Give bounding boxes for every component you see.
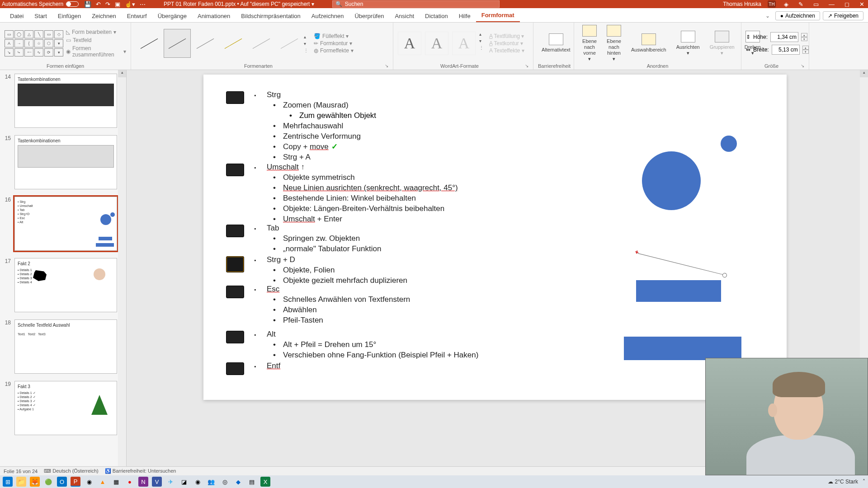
bullet-0-3[interactable]: Copy + move✓ [267,142,338,152]
subbullet[interactable]: Zum gewählten Objekt [267,111,376,121]
tab-animationen[interactable]: Animationen [192,10,236,22]
tab-einfuegen[interactable]: Einfügen [52,10,86,22]
section-head-1[interactable]: Umschalt ↑ [267,163,305,172]
merge-shapes-button[interactable]: ◉ Formen zusammenführen ▾ [66,45,126,58]
section-head-2[interactable]: Tab [267,224,279,233]
user-avatar[interactable]: TH [768,0,776,8]
height-input[interactable] [770,32,798,42]
taskbar-explorer-icon[interactable]: 📁 [16,477,26,487]
taskbar-outlook-icon[interactable]: O [57,477,67,487]
bullet-1-2[interactable]: Bestehende Linien: Winkel beibehalten [267,193,416,204]
bullet-1-1[interactable]: Neue Linien ausrichten (senkrecht, waagr… [267,183,458,193]
taskbar-app4-icon[interactable]: ◪ [179,477,189,487]
slide-thumbnails-panel[interactable]: 14Tastenkombinationen15Tastenkombination… [0,70,127,474]
status-lang[interactable]: ⌨ Deutsch (Österreich) [44,468,99,474]
taskbar-excel-icon[interactable]: X [260,477,270,487]
thumb-slide-14[interactable]: 14Tastenkombinationen [0,70,126,131]
size-launcher-icon[interactable]: ↘ [801,63,804,68]
align-button[interactable]: Ausrichten ▾ [673,31,703,56]
maximize-icon[interactable]: ◻ [843,1,851,8]
user-name[interactable]: Thomas Hruska [723,1,761,7]
taskbar-vlc-icon[interactable]: ▲ [98,477,108,487]
bullet-3-0[interactable]: Objekte, Folien [267,265,335,276]
window-icon[interactable]: ▭ [811,1,821,8]
shape-small-circle[interactable] [721,136,737,152]
bullet-2-1[interactable]: „normale" Tabulator Funktion [267,244,381,254]
redo-icon[interactable]: ↷ [105,1,110,8]
tab-dictation[interactable]: Dictation [420,10,453,22]
canvas-scroll-up-icon[interactable]: ▴ [860,70,868,77]
bullet-1-4[interactable]: Umschalt + Enter [267,214,342,225]
section-head-5[interactable]: Alt [267,330,276,339]
bullet-4-2[interactable]: Pfeil-Tasten [267,315,323,326]
thumbs-scroll-up-icon[interactable]: ▴ [118,70,126,77]
shape-outline-button[interactable]: ✏ Formkontur ▾ [314,40,354,47]
undo-icon[interactable]: ↶ [96,1,101,8]
send-backward-button[interactable]: Ebene nach hinten ▾ [603,25,625,62]
wordart-launcher-icon[interactable]: ↘ [525,63,528,68]
bullet-2-0[interactable]: Springen zw. Objekten [267,234,360,244]
taskbar-firefox-icon[interactable]: 🦊 [30,477,40,487]
section-head-0[interactable]: Strg [267,90,281,99]
thumb-slide-19[interactable]: 19Fakt 3• Details 1 ✓• Details 2 ✓• Deta… [0,377,126,439]
bullet-5-0[interactable]: Alt + Pfeil = Drehen um 15° [267,340,376,350]
shape-rect-1[interactable] [636,280,721,302]
taskbar-app2-icon[interactable]: ▦ [111,477,121,487]
section-head-6[interactable]: Entf [267,361,280,371]
search-input[interactable]: 🔍 Suchen [332,0,500,8]
tab-aufzeichnen[interactable]: Aufzeichnen [306,10,349,22]
present-icon[interactable]: ▣ [115,1,120,8]
taskbar-onenote-icon[interactable]: N [138,477,148,487]
bullet-0-4[interactable]: Strg + A [267,152,311,163]
tab-uebergaenge[interactable]: Übergänge [152,10,192,22]
status-slide[interactable]: Folie 16 von 24 [4,469,38,474]
section-head-4[interactable]: Esc [267,285,279,294]
weather-widget[interactable]: ☁ 2°C Stark [828,479,858,485]
qat-more-icon[interactable]: ⋯ [140,1,146,8]
tab-ansicht[interactable]: Ansicht [389,10,420,22]
thumb-slide-15[interactable]: 15Tastenkombinationen [0,131,126,193]
tab-entwurf[interactable]: Entwurf [122,10,152,22]
minimize-icon[interactable]: — [827,1,836,8]
tab-hilfe[interactable]: Hilfe [453,10,476,22]
tab-formformat[interactable]: Formformat [476,9,520,22]
bullet-0-2[interactable]: Zentrische Verformung [267,131,361,142]
close-icon[interactable]: ✕ [858,1,866,8]
taskbar-powerpoint-icon[interactable]: P [71,477,80,487]
bullet-0-1[interactable]: Mehrfachauswahl [267,121,343,131]
bullet-1-0[interactable]: Objekte symmetrisch [267,173,355,183]
tab-start[interactable]: Start [29,10,52,22]
taskbar-app6-icon[interactable]: 👥 [206,477,216,487]
taskbar-visio-icon[interactable]: V [152,477,162,487]
shape-effects-button[interactable]: ◍ Formeffekte ▾ [314,47,354,54]
selection-pane-button[interactable]: Auswahlbereich [627,33,670,53]
styles-launcher-icon[interactable]: ↘ [385,63,388,68]
thumb-slide-18[interactable]: 18Schnelle Textfeld AuswahlText1 Text2 T… [0,316,126,377]
shapes-gallery[interactable]: ▭◯△╲▭◇ A→{☆⬡▾ ↘⤷⬳∿⟳▾ [5,30,63,56]
textbox-button[interactable]: ▭ Textfeld [66,37,126,44]
taskbar-app5-icon[interactable]: ◉ [193,477,203,487]
autosave-toggle[interactable] [66,1,79,7]
height-up[interactable]: ▴ [801,33,807,37]
bullet-4-0[interactable]: Schnelles Anwählen von Textfenstern [267,295,410,305]
tab-bildschirm[interactable]: Bildschirmpräsentation [236,10,306,22]
bullet-4-1[interactable]: Abwählen [267,305,317,315]
edit-shape-button[interactable]: ◺ Form bearbeiten ▾ [66,28,126,36]
taskbar-app7-icon[interactable]: ◎ [220,477,230,487]
alttext-button[interactable]: Alternativtext [538,33,574,53]
touch-icon[interactable]: ☝▾ [125,1,135,8]
height-down[interactable]: ▾ [801,37,807,41]
pen-icon[interactable]: ✎ [797,1,805,8]
taskbar-chrome-icon[interactable]: 🟢 [43,477,53,487]
tab-datei[interactable]: Datei [5,10,29,22]
thumb-slide-17[interactable]: 17Fakt 2• Details 1• Details 2• Details … [0,254,126,316]
taskbar-app9-icon[interactable]: ▤ [247,477,257,487]
bullet-1-3[interactable]: Objekte: Längen-Breiten-Verhältnis beibe… [267,204,444,214]
bullet-0-0[interactable]: Zoomen (Mausrad) [267,100,349,111]
bullet-5-1[interactable]: Verschieben ohne Fang-Funktion (Beispiel… [267,350,478,361]
taskbar-app8-icon[interactable]: ◆ [233,477,243,487]
width-down[interactable]: ▾ [802,50,809,54]
thumb-slide-16[interactable]: 16▪ Strg▪ Umschalt▪ Tab▪ Strg+D▪ Esc▪ Al… [0,193,126,254]
slide-canvas[interactable]: StrgZoomen (Mausrad)Zum gewählten Objekt… [203,75,787,400]
width-up[interactable]: ▴ [802,46,809,50]
